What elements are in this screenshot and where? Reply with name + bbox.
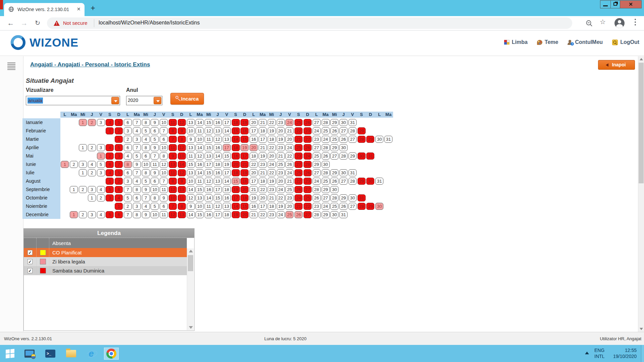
day-cell: 18 <box>250 153 258 160</box>
year-dropdown[interactable]: 2020 <box>126 96 162 105</box>
address-bar[interactable]: Not secure localhost/WizOneHR/Absente/Is… <box>47 17 572 29</box>
day-header-cell: Ma <box>384 112 393 118</box>
profile-avatar-icon[interactable] <box>614 18 625 28</box>
inapoi-back-button[interactable]: Inapoi <box>598 60 635 70</box>
forward-button[interactable]: → <box>19 18 29 28</box>
day-cell: 4 <box>97 211 105 218</box>
legend-checkbox[interactable]: ✓ <box>28 268 33 273</box>
incarca-load-button[interactable]: Incarca <box>170 93 204 105</box>
window-close-button[interactable]: ✕ <box>620 0 642 8</box>
status-version: WizOne vers. 2.2.130.01 <box>4 336 52 341</box>
scrollbar-thumb[interactable] <box>188 255 193 271</box>
day-cell: 29 <box>313 161 321 168</box>
palette-icon <box>537 40 542 45</box>
day-cell: 20 <box>232 161 240 168</box>
day-cell: 12 <box>187 194 195 201</box>
show-desktop-button[interactable] <box>641 345 644 362</box>
day-cell: 3 <box>88 211 96 218</box>
nav-item-teme[interactable]: Teme <box>537 39 558 45</box>
day-cell: 30 <box>330 186 338 193</box>
legend-row[interactable]: ✓CO Planificat <box>24 248 187 257</box>
day-cell: 10 <box>196 136 204 143</box>
legend-row[interactable]: ✓Zi libera legala <box>24 257 187 266</box>
day-cell: 13 <box>169 161 177 168</box>
day-cell: 22 <box>268 169 276 176</box>
day-cell: 22 <box>277 194 285 201</box>
legend-row[interactable]: ✓Sambata sau Duminica <box>24 266 187 275</box>
day-cell: 5 <box>151 136 159 143</box>
recording-indicator <box>0 0 3 9</box>
day-cell: 12 <box>205 178 213 185</box>
start-button[interactable] <box>3 348 17 360</box>
wizone-logo-icon <box>10 35 26 51</box>
tray-expand-icon[interactable] <box>585 352 589 354</box>
legend-checkbox[interactable]: ✓ <box>28 259 33 264</box>
breadcrumb[interactable]: Angajati - Angajati - Personal - Istoric… <box>30 61 150 68</box>
day-cell: 1 <box>115 203 123 210</box>
legend-label: Sambata sau Duminica <box>49 268 104 274</box>
window-minimize-button[interactable] <box>600 0 611 8</box>
day-cell: 12 <box>214 136 222 143</box>
day-cell: 25 <box>285 211 293 218</box>
day-cell: 6 <box>124 119 132 126</box>
browser-menu-icon[interactable] <box>635 19 636 27</box>
day-cell: 20 <box>250 119 258 126</box>
taskbar-file-explorer[interactable] <box>64 348 78 360</box>
taskbar-system-monitor[interactable] <box>22 348 37 360</box>
year-dropdown-value[interactable]: 2020 <box>128 98 138 103</box>
taskbar-internet-explorer[interactable]: e <box>84 348 99 360</box>
nav-item-limba[interactable]: Limba <box>504 39 528 45</box>
back-button[interactable]: ← <box>6 18 15 28</box>
new-tab-button[interactable]: + <box>89 4 97 13</box>
taskbar-chrome[interactable] <box>104 348 119 360</box>
window-restore-button[interactable] <box>610 0 620 8</box>
tab-close-icon[interactable]: ✕ <box>75 6 82 12</box>
dropdown-arrow-icon[interactable] <box>111 97 119 104</box>
bookmark-star-icon[interactable]: ☆ <box>600 18 606 26</box>
day-cell: 5 <box>115 119 123 126</box>
day-cell: 20 <box>250 169 258 176</box>
zoom-out-icon[interactable] <box>585 19 593 27</box>
scrollbar-thumb[interactable] <box>639 63 644 183</box>
day-cell: 5 <box>124 194 132 201</box>
taskbar-powershell[interactable]: >_ <box>43 348 58 360</box>
nav-item-logout[interactable]: LogOut <box>612 39 639 45</box>
day-cell: 31 <box>339 211 347 218</box>
day-cell: 25 <box>330 136 338 143</box>
day-cell: 18 <box>214 161 222 168</box>
day-cell: 22 <box>304 203 312 210</box>
scroll-up-icon[interactable] <box>189 250 193 252</box>
scroll-down-icon[interactable] <box>640 328 643 330</box>
browser-tab[interactable]: WizOne vers. 2.2.130.01 ✕ <box>4 3 85 16</box>
day-cell: 15 <box>232 127 240 134</box>
scroll-down-icon[interactable] <box>189 326 193 329</box>
page-scrollbar[interactable] <box>638 56 644 332</box>
day-cell: 4 <box>88 161 96 168</box>
view-label: Vizualizare <box>26 87 53 93</box>
month-label: Decembrie <box>22 210 60 219</box>
system-monitor-icon <box>24 350 35 358</box>
wizone-logo[interactable]: WIZONE <box>10 35 78 51</box>
reload-button[interactable]: ↻ <box>33 18 42 28</box>
view-dropdown-value[interactable]: anuala <box>28 98 43 104</box>
day-cell: 13 <box>187 144 195 151</box>
not-secure-warning-icon[interactable] <box>54 20 60 26</box>
day-cell: 11 <box>205 136 213 143</box>
url-text[interactable]: localhost/WizOneHR/Absente/IstoricExtins <box>99 20 200 26</box>
menu-hamburger-icon[interactable] <box>7 62 15 71</box>
day-header-cell: J <box>87 112 96 118</box>
tray-language-line: INTL <box>594 353 604 359</box>
scroll-up-icon[interactable] <box>640 58 643 60</box>
day-cell: 15 <box>187 161 195 168</box>
legend-column-header: Absenta <box>49 240 71 246</box>
tray-clock[interactable]: 12:55 19/10/2020 <box>613 347 637 359</box>
legend-scrollbar[interactable] <box>187 248 194 330</box>
nav-item-contulmeu[interactable]: ContulMeu <box>568 39 603 45</box>
status-working-month: Luna de lucru: 5 2020 <box>264 336 307 341</box>
legend-checkbox[interactable]: ✓ <box>28 250 33 255</box>
day-cell: 25 <box>294 169 303 176</box>
dropdown-arrow-icon[interactable] <box>154 97 161 104</box>
view-dropdown[interactable]: anuala <box>26 96 120 105</box>
tray-language[interactable]: ENG INTL <box>594 347 604 359</box>
day-cell: 20 <box>277 178 285 185</box>
